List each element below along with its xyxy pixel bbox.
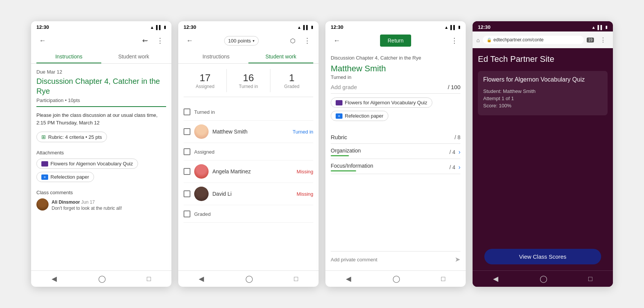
nav-recent-icon-4[interactable]: □ xyxy=(588,275,592,283)
private-comment-input[interactable] xyxy=(331,257,455,262)
content-area-2: 17 Assigned 16 Turned in 1 Graded Turned… xyxy=(178,64,319,270)
back-button-1[interactable]: ← xyxy=(36,35,49,47)
nav-back-icon[interactable]: ◀ xyxy=(52,275,57,283)
return-button[interactable]: Return xyxy=(380,35,411,47)
rubric-section: Rubric / 8 Organization / 4 › Focus/In xyxy=(331,131,460,174)
tab-student-work-2[interactable]: Student work xyxy=(248,50,313,63)
nav-home-icon-4[interactable]: ◯ xyxy=(540,275,547,283)
attachment-chip-3-2[interactable]: ≡ Refelection paper xyxy=(331,111,388,121)
attachment-chip-3-1[interactable]: Flowers for Algernon Vocabulary Quiz xyxy=(331,97,432,108)
content-area-3: Discussion Chapter 4, Catcher in the Rye… xyxy=(325,50,466,270)
grade-denom: / 100 xyxy=(448,84,460,90)
student-row-matthew[interactable]: Matthew Smith Turned in xyxy=(184,121,313,143)
browser-more-button[interactable]: ⋮ xyxy=(597,34,609,46)
rubric-pts-org: / 4 xyxy=(449,149,456,155)
status-icons-2: ▲ ▌▌ ▮ xyxy=(297,25,313,30)
section-turned-in-header: Turned in xyxy=(184,103,313,121)
nav-home-icon-2[interactable]: ◯ xyxy=(245,275,253,283)
nav-home-icon[interactable]: ◯ xyxy=(98,275,106,283)
more-button-2[interactable]: ⋮ xyxy=(301,35,313,47)
nav-back-icon-3[interactable]: ◀ xyxy=(346,275,351,283)
checkbox-assigned-header[interactable] xyxy=(184,148,190,155)
checkbox-matthew[interactable] xyxy=(184,128,190,135)
student-row-angela[interactable]: Angela Martinez Missing xyxy=(184,160,313,183)
nav-back-icon-4[interactable]: ◀ xyxy=(493,275,498,283)
status-david: Missing xyxy=(297,191,313,197)
tab-student-work-1[interactable]: Student work xyxy=(101,50,166,63)
attachment-chip-2[interactable]: ≡ Refelection paper xyxy=(36,172,94,182)
stat-turned-in: 16 Turned in xyxy=(227,69,270,92)
wifi-icon-4: ▲ xyxy=(592,25,596,30)
add-grade-label[interactable]: Add grade xyxy=(331,84,446,90)
rubric-title: Rubric xyxy=(331,134,347,140)
student-name-matthew: Matthew Smith xyxy=(212,129,289,135)
url-text: edtechpartner.com/conte xyxy=(493,37,543,42)
browser-bar: ⌂ 🔒 edtechpartner.com/conte 19 ⋮ xyxy=(473,31,613,48)
top-bar-actions-2: ⬡ ⋮ xyxy=(287,35,313,47)
rubric-right-org: / 4 › xyxy=(449,149,460,156)
nav-home-icon-3[interactable]: ◯ xyxy=(393,275,400,283)
back-button-3[interactable]: ← xyxy=(331,35,343,47)
student-name-angela: Angela Martinez xyxy=(212,168,293,174)
rubric-row-focus[interactable]: Focus/Information / 4 › xyxy=(331,159,460,174)
status-time-2: 12:30 xyxy=(184,24,196,30)
lock-icon: 🔒 xyxy=(487,38,492,42)
phone-screen-3: 12:30 ▲ ▌▌ ▮ ← Return ⋮ Discussion Chapt… xyxy=(325,21,466,287)
rubric-row-org[interactable]: Organization / 4 › xyxy=(331,144,460,159)
due-date: Due Mar 12 xyxy=(36,69,166,75)
stat-turned-num: 16 xyxy=(227,72,270,84)
avatar-david xyxy=(194,187,209,201)
nav-recent-icon-3[interactable]: □ xyxy=(441,275,445,283)
attachment-chip-1[interactable]: Flowers for Algernon Vocabulary Quiz xyxy=(36,159,138,169)
nav-back-icon-2[interactable]: ◀ xyxy=(199,275,204,283)
nav-bar-1: ◀ ◯ □ xyxy=(31,270,171,287)
doc-icon: ≡ xyxy=(41,174,48,180)
checkbox-david[interactable] xyxy=(184,190,190,197)
drive-icon[interactable]: ⬡ xyxy=(287,35,299,47)
private-comment-bar: ➤ xyxy=(331,251,460,265)
status-time-1: 12:30 xyxy=(36,24,49,30)
battery-icon-2: ▮ xyxy=(311,25,313,30)
rubric-chip[interactable]: ⊞ Rubric: 4 criteria • 25 pts xyxy=(36,132,107,142)
section-assigned-header: Assigned xyxy=(184,143,313,160)
nav-recent-icon-2[interactable]: □ xyxy=(294,275,298,283)
comment-text: Don't forget to look at the rubric all! xyxy=(52,205,122,212)
rubric-bar-focus xyxy=(331,170,356,171)
nav-recent-icon[interactable]: □ xyxy=(147,275,151,283)
attachment-3-1-label: Flowers for Algernon Vocabulary Quiz xyxy=(345,100,427,105)
wifi-icon-3: ▲ xyxy=(445,25,449,30)
back-button-2[interactable]: ← xyxy=(184,35,196,47)
checkbox-angela[interactable] xyxy=(184,168,190,175)
checkbox-graded-header[interactable] xyxy=(184,211,190,217)
status-angela: Missing xyxy=(297,169,313,174)
browser-home-icon[interactable]: ⌂ xyxy=(476,37,480,43)
checkbox-turned-header[interactable] xyxy=(184,108,190,115)
browser-tab-count[interactable]: 19 xyxy=(587,38,594,42)
tab-instructions-1[interactable]: Instructions xyxy=(36,50,101,63)
chevron-right-focus: › xyxy=(459,164,460,171)
more-button-1[interactable]: ⋮ xyxy=(154,35,166,47)
stats-row: 17 Assigned 16 Turned in 1 Graded xyxy=(184,69,313,97)
stat-turned-label: Turned in xyxy=(227,84,270,89)
rubric-bar-org xyxy=(331,155,349,156)
student-name-3: Matthew Smith xyxy=(331,64,460,74)
more-button-3[interactable]: ⋮ xyxy=(448,35,460,47)
points-chip[interactable]: 100 points ▾ xyxy=(224,36,259,46)
phone-screen-4: 12:30 ▲ ▌▌ ▮ ⌂ 🔒 edtechpartner.com/conte… xyxy=(473,21,613,287)
attachment-2-label: Refelection paper xyxy=(50,174,89,180)
url-bar[interactable]: 🔒 edtechpartner.com/conte xyxy=(483,36,584,44)
student-row-david[interactable]: David Li Missing xyxy=(184,183,313,205)
tab-instructions-2[interactable]: Instructions xyxy=(184,50,248,63)
quiz-student-label: Student: Matthew Smith xyxy=(483,88,602,94)
section-graded-header: Graded xyxy=(184,205,313,223)
stat-graded-num: 1 xyxy=(270,72,313,84)
stat-graded-label: Graded xyxy=(270,84,313,89)
top-bar-2: ← 100 points ▾ ⬡ ⋮ xyxy=(178,31,319,50)
status-time-3: 12:30 xyxy=(331,24,343,30)
wifi-icon-2: ▲ xyxy=(297,25,302,30)
share-button[interactable]: ⇜ xyxy=(139,35,151,47)
view-class-scores-button[interactable]: View Class Scores xyxy=(484,249,601,264)
phone-screen-1: 12:30 ▲ ▌▌ ▮ ← ⇜ ⋮ Instructions Student … xyxy=(31,21,171,287)
stat-assigned-num: 17 xyxy=(184,72,226,84)
send-icon[interactable]: ➤ xyxy=(455,255,460,264)
